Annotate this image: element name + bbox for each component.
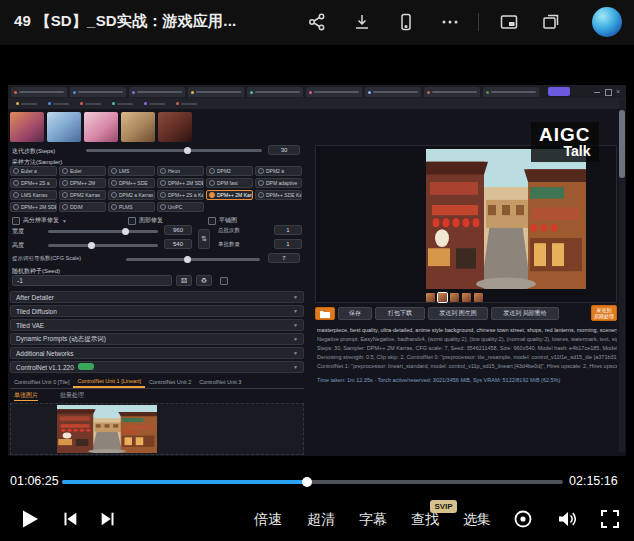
controlnet-tabs: ControlNet Unit 0 [Tile] ControlNet Unit…: [10, 376, 304, 389]
seed-input: -1: [12, 275, 172, 286]
bookmark-item: [80, 102, 101, 105]
send-to-img2img-button: 发送到 图生图: [428, 307, 488, 320]
controlnet-unit3-tab: ControlNet Unit 3: [195, 376, 245, 388]
caret-icon: ▼: [293, 322, 298, 328]
send-to-inpaint-button: 发送到 局部重绘: [491, 307, 559, 320]
pip-icon[interactable]: [499, 12, 519, 32]
sampler-option: DPM fast: [206, 178, 253, 188]
video-surface[interactable]: × 迭代步数(Steps): [0, 45, 634, 470]
height-slider: [48, 244, 158, 247]
generation-params-text: ControlNet 1: "preprocessor: lineart_sta…: [317, 363, 617, 369]
sampler-option: DPM++ 2M SDE Karras: [10, 202, 57, 212]
sampler-option: UniPC: [157, 202, 204, 212]
total-time: 02:15:16: [569, 474, 618, 488]
sd-settings-panel: 迭代步数(Steps) 30 采样方法(Sampler) Euler a Eul…: [8, 145, 308, 456]
zip-download-button: 打包下载: [375, 307, 425, 320]
search-button[interactable]: 查找: [408, 511, 442, 529]
sampler-option: DPM++ 2S a: [10, 178, 57, 188]
record-icon[interactable]: [513, 509, 533, 529]
episodes-button[interactable]: 选集: [460, 511, 494, 529]
gallery-thumbnail: [462, 293, 471, 302]
sampler-option: DDIM: [59, 202, 106, 212]
batch-size-label: 单批数量: [218, 241, 240, 248]
cfg-value: 7: [268, 253, 300, 263]
output-gallery: [315, 145, 617, 303]
download-icon[interactable]: [352, 12, 372, 32]
browser-scrollbar: [619, 100, 625, 452]
restore-faces-checkbox: 面部修复: [128, 216, 163, 225]
next-episode-icon[interactable]: [99, 510, 117, 528]
height-label: 高度: [12, 241, 24, 250]
progress-handle[interactable]: [302, 477, 312, 487]
playback-speed-button[interactable]: 倍速: [251, 511, 285, 529]
extension-pill: [548, 87, 570, 96]
scrollbar-thumb: [619, 110, 625, 178]
reference-thumbnail: [121, 112, 155, 142]
generation-params-text: Steps: 30, Sampler: DPM++ 2M Karras, CFG…: [317, 345, 617, 351]
prompt-text: masterpiece, best quality, ultra-detaile…: [317, 327, 617, 333]
fullscreen-icon[interactable]: [600, 509, 620, 529]
cfg-slider: [126, 258, 260, 261]
sampler-option: DPM2: [206, 166, 253, 176]
height-value: 540: [164, 239, 192, 249]
phone-icon[interactable]: [396, 12, 416, 32]
save-button: 保存: [338, 307, 372, 320]
accordion-after-detailer: After Detailer▼: [10, 291, 304, 303]
sampler-option: LMS: [108, 166, 155, 176]
batch-count-label: 总批次数: [218, 227, 240, 234]
browser-tab: [365, 87, 421, 97]
sd-output-panel: 保存 打包下载 发送到 图生图 发送到 局部重绘 发送到 后期处理 master…: [313, 145, 619, 456]
caret-icon: ▼: [62, 218, 67, 224]
browser-tab: [247, 87, 303, 97]
controlnet-badge: [78, 363, 94, 370]
previous-episode-icon[interactable]: [61, 510, 79, 528]
batch-subtab: 批量处理: [60, 391, 84, 400]
progress-fill: [62, 480, 307, 484]
window-mode-icon[interactable]: [541, 12, 561, 32]
sampler-option: DPM++ 2M Karras: [206, 190, 253, 200]
bookmark-item: [144, 102, 165, 105]
sampler-option: LMS Karras: [10, 190, 57, 200]
caret-icon: ▼: [293, 308, 298, 314]
negative-prompt-text: Negative prompt: EasyNegative, badhandv4…: [317, 336, 617, 342]
generation-params-text: Denoising strength: 0.5, Clip skip: 2, C…: [317, 354, 617, 360]
reference-thumbnail: [84, 112, 118, 142]
sampler-option: PLMS: [108, 202, 155, 212]
generated-image: [426, 149, 586, 289]
accordion-additional-networks: Additional Networks▼: [10, 347, 304, 359]
app-window: 49 【SD】_SD实战：游戏应用...: [0, 0, 634, 541]
video-title: 49 【SD】_SD实战：游戏应用...: [14, 12, 236, 31]
sampler-option: Heun: [157, 166, 204, 176]
avatar[interactable]: [592, 7, 622, 37]
subtitle-button[interactable]: 字幕: [356, 511, 390, 529]
swap-dimensions-icon: ⇅: [198, 229, 210, 249]
share-icon[interactable]: [307, 12, 327, 32]
gallery-thumbnail: [426, 293, 435, 302]
accordion-dynamic-prompts: Dynamic Prompts (动态提示词)▼: [10, 333, 304, 345]
bookmark-item: [16, 102, 37, 105]
cfg-label: 提示词引导系数(CFG Scale): [12, 255, 81, 262]
volume-icon[interactable]: [556, 508, 578, 530]
accordion-tiled-diffusion: Tiled Diffusion▼: [10, 305, 304, 317]
controlnet-unit0-tab: ControlNet Unit 0 [Tile]: [10, 376, 73, 388]
browser-tab: [424, 87, 480, 97]
more-icon[interactable]: [440, 12, 460, 32]
reference-thumbnail: [10, 112, 44, 142]
quality-button[interactable]: 超清: [304, 511, 338, 529]
batch-count-value: 1: [274, 225, 302, 235]
titlebar: 49 【SD】_SD实战：游戏应用...: [0, 0, 634, 45]
width-label: 宽度: [12, 227, 24, 236]
titlebar-divider: [478, 13, 479, 31]
dice-icon: ⚄: [176, 275, 192, 286]
batch-size-value: 1: [274, 239, 302, 249]
sampler-option: DPM++ SDE: [108, 178, 155, 188]
sampler-option: DPM++ 2S a Karras: [157, 190, 204, 200]
steps-label: 迭代步数(Steps): [12, 147, 55, 156]
controlnet-unit1-tab: ControlNet Unit 1 [Lineart]: [73, 376, 145, 388]
controlnet-unit2-tab: ControlNet Unit 2: [145, 376, 195, 388]
progress-bar[interactable]: [62, 480, 563, 484]
play-icon[interactable]: [17, 507, 41, 531]
gallery-thumbnail: [474, 293, 483, 302]
svip-badge: SVIP: [430, 500, 457, 513]
tiling-checkbox: 平铺图: [208, 216, 237, 225]
